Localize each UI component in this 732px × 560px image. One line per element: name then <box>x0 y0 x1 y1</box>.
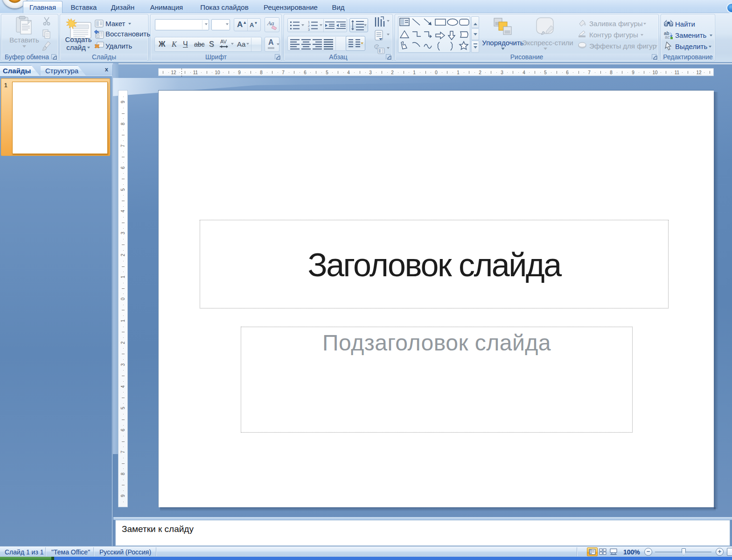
svg-text:2: 2 <box>308 24 310 28</box>
svg-text:1: 1 <box>308 21 310 24</box>
svg-text:ac: ac <box>665 35 670 40</box>
svg-text:3: 3 <box>308 28 310 31</box>
svg-text:Aa: Aa <box>267 20 274 27</box>
